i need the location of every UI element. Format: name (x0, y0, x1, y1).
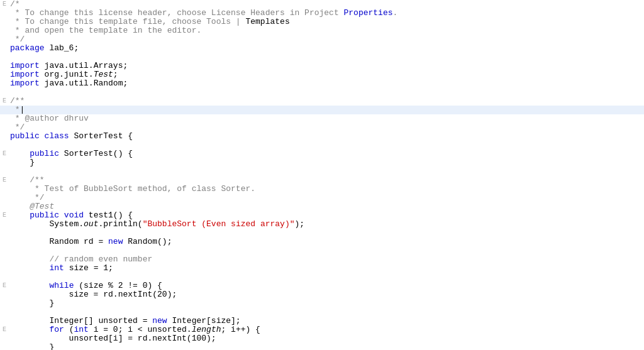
line-1: E /* (0, 0, 644, 9)
line-26: System.out.println("BubbleSort (Even siz… (0, 220, 644, 229)
line-3: * To change this template file, choose T… (0, 18, 644, 26)
line-content-32 (9, 273, 644, 282)
line-content-20 (9, 167, 644, 176)
line-content-26[interactable]: System.out.println("BubbleSort (Even siz… (9, 220, 644, 229)
line-content-39[interactable]: unsorted[i] = rd.nextInt(100); (9, 334, 644, 343)
line-18: E public SorterTest() { (0, 150, 644, 158)
line-content-22[interactable]: * Test of BubbleSort method, of class So… (9, 185, 644, 194)
line-2: * To change this license header, choose … (0, 9, 644, 18)
line-30: // random even number (0, 255, 644, 264)
line-40: } (0, 343, 644, 350)
line-25: E public void test1() { (0, 211, 644, 220)
line-content-16[interactable]: public class SorterTest { (9, 132, 644, 141)
line-31: int size = 1; (0, 264, 644, 273)
fold-1[interactable]: E (0, 0, 9, 9)
line-content-40[interactable]: } (9, 343, 644, 350)
line-content-10[interactable]: import java.util.Random; (9, 79, 644, 88)
line-content-24[interactable]: @Test (9, 202, 644, 211)
line-39: unsorted[i] = rd.nextInt(100); (0, 334, 644, 343)
fold-12[interactable]: E (0, 97, 9, 106)
line-34: size = rd.nextInt(20); (0, 290, 644, 299)
line-content-29 (9, 246, 644, 255)
fold-38[interactable]: E (0, 325, 9, 334)
line-16: public class SorterTest { (0, 132, 644, 141)
line-14: * @author dhruv (0, 114, 644, 123)
line-content-28[interactable]: Random rd = new Random(); (9, 238, 644, 246)
line-8: import java.util.Arrays; (0, 62, 644, 70)
line-content-8[interactable]: import java.util.Arrays; (9, 62, 644, 70)
line-content-19[interactable]: } (9, 158, 644, 167)
line-27 (0, 229, 644, 238)
code-area[interactable]: E /* * To change this license header, ch… (0, 0, 644, 350)
line-20 (0, 167, 644, 176)
fold-21[interactable]: E (0, 176, 9, 185)
line-content-38[interactable]: for (int i = 0; i < unsorted.length; i++… (9, 325, 644, 334)
line-content-11 (9, 88, 644, 97)
line-content-2[interactable]: * To change this license header, choose … (9, 9, 644, 18)
line-content-31[interactable]: int size = 1; (9, 264, 644, 273)
line-content-25[interactable]: public void test1() { (9, 211, 644, 220)
line-content-33[interactable]: while (size % 2 != 0) { (9, 282, 644, 290)
line-content-27 (9, 229, 644, 238)
line-35: } (0, 299, 644, 308)
line-content-36 (9, 308, 644, 317)
line-7 (0, 53, 644, 62)
line-content-35[interactable]: } (9, 299, 644, 308)
line-content-7 (9, 53, 644, 62)
line-38: E for (int i = 0; i < unsorted.length; i… (0, 325, 644, 334)
line-33: E while (size % 2 != 0) { (0, 282, 644, 290)
line-23: */ (0, 194, 644, 202)
code-lines: E /* * To change this license header, ch… (0, 0, 644, 350)
fold-25[interactable]: E (0, 211, 9, 220)
line-17 (0, 141, 644, 150)
line-13: *| (0, 106, 644, 114)
line-37: Integer[] unsorted = new Integer[size]; (0, 317, 644, 325)
line-content-1[interactable]: /* (9, 0, 644, 9)
fold-18[interactable]: E (0, 150, 9, 158)
line-15: */ (0, 123, 644, 132)
line-22: * Test of BubbleSort method, of class So… (0, 185, 644, 194)
line-24: @Test (0, 202, 644, 211)
line-content-34[interactable]: size = rd.nextInt(20); (9, 290, 644, 299)
editor-container: E /* * To change this license header, ch… (0, 0, 644, 350)
line-32 (0, 273, 644, 282)
line-content-9[interactable]: import org.junit.Test; (9, 70, 644, 79)
line-content-18[interactable]: public SorterTest() { (9, 150, 644, 158)
line-36 (0, 308, 644, 317)
line-12: E /** (0, 97, 644, 106)
line-4: * and open the template in the editor. (0, 26, 644, 35)
line-content-3[interactable]: * To change this template file, choose T… (9, 18, 644, 26)
line-content-6[interactable]: package lab_6; (9, 44, 644, 53)
line-content-13[interactable]: *| (9, 106, 644, 114)
line-content-17 (9, 141, 644, 150)
line-content-15[interactable]: */ (9, 123, 644, 132)
line-6: package lab_6; (0, 44, 644, 53)
line-content-5[interactable]: */ (9, 35, 644, 44)
line-29 (0, 246, 644, 255)
line-content-30[interactable]: // random even number (9, 255, 644, 264)
fold-33[interactable]: E (0, 282, 9, 290)
line-10: import java.util.Random; (0, 79, 644, 88)
line-28: Random rd = new Random(); (0, 238, 644, 246)
line-19: } (0, 158, 644, 167)
line-content-23[interactable]: */ (9, 194, 644, 202)
line-content-21[interactable]: /** (9, 176, 644, 185)
line-11 (0, 88, 644, 97)
line-21: E /** (0, 176, 644, 185)
line-5: */ (0, 35, 644, 44)
line-9: import org.junit.Test; (0, 70, 644, 79)
line-content-37[interactable]: Integer[] unsorted = new Integer[size]; (9, 317, 644, 325)
line-content-14[interactable]: * @author dhruv (9, 114, 644, 123)
line-content-12[interactable]: /** (9, 97, 644, 106)
line-content-4[interactable]: * and open the template in the editor. (9, 26, 644, 35)
